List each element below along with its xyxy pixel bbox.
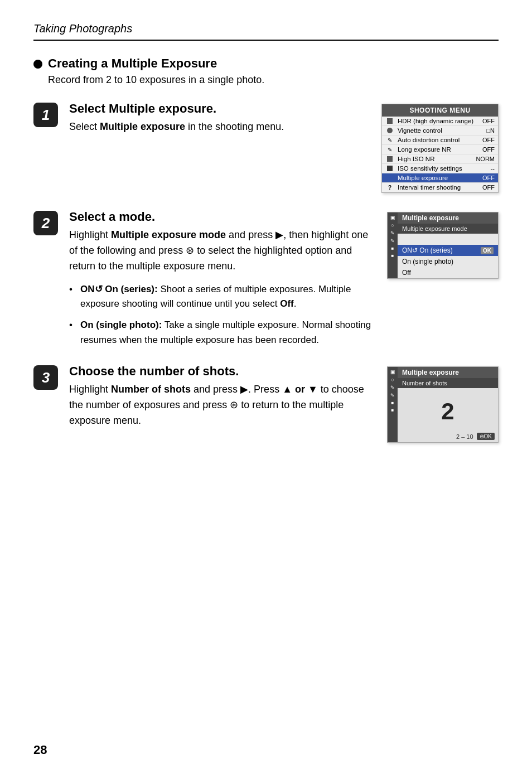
shots-menu-content: Multiple exposure Number of shots 2 2 – … xyxy=(398,367,498,442)
menu-row-iso-sens: ISO sensitivity settings -- xyxy=(382,164,498,173)
step-1-image-col: SHOOTING MENU HDR (high dynamic range) O… xyxy=(381,104,499,193)
shots-ok-badge: ⊛OK xyxy=(477,433,495,440)
step-1-text-col: Select Multiple exposure. Select Multipl… xyxy=(69,101,370,135)
shooting-menu-title: SHOOTING MENU xyxy=(382,104,498,117)
mode-menu-subheader: Multiple exposure mode xyxy=(398,224,498,234)
step-2-number: 2 xyxy=(42,215,50,232)
menu-value-vignette: □N xyxy=(486,127,495,134)
menu-label-high-iso: High ISO NR xyxy=(398,156,472,162)
step-2-text-col: Select a mode. Highlight Multiple exposu… xyxy=(69,210,376,347)
menu-label-vignette: Vignette control xyxy=(398,127,483,134)
page-header: Taking Photographs xyxy=(33,22,499,41)
icon-q: ? xyxy=(385,185,394,191)
page-container: Taking Photographs Creating a Multiple E… xyxy=(0,0,532,774)
menu-row-high-iso: High ISO NR NORM xyxy=(382,154,498,164)
bullet-single-prefix: On (single photo): xyxy=(80,320,162,330)
icon-pen2: ✎ xyxy=(385,147,394,153)
menu-label-hdr: HDR (high dynamic range) xyxy=(398,118,479,124)
step-1-badge: 1 xyxy=(33,103,58,127)
mode-ok-badge: OK xyxy=(481,247,494,254)
step-3-keyword: Number of shots xyxy=(111,384,191,395)
mode-row-single-photo: On (single photo) xyxy=(398,256,498,267)
step-2-badge: 2 xyxy=(33,211,58,235)
shots-icon-4: ✎ xyxy=(390,393,395,398)
step-3-or: or xyxy=(295,384,305,395)
menu-row-vignette: Vignette control □N xyxy=(382,126,498,136)
bullet-series-prefix: ON↺ On (series): xyxy=(80,284,158,294)
menu-value-hdr: OFF xyxy=(482,118,495,124)
menu-value-interval-timer: OFF xyxy=(482,184,495,191)
menu-value-high-iso: NORM xyxy=(476,156,495,162)
step-2-title: Select a mode. xyxy=(69,210,376,224)
menu-value-iso-sens: -- xyxy=(491,165,495,172)
section-heading: Creating a Multiple Exposure xyxy=(33,56,499,71)
step-1-title: Select Multiple exposure. xyxy=(69,101,370,116)
step-3-text-col: Choose the number of shots. Highlight Nu… xyxy=(69,364,376,429)
menu-label-interval-timer: Interval timer shooting xyxy=(398,184,479,191)
step-3-content: Choose the number of shots. Highlight Nu… xyxy=(69,364,499,443)
step-2-keyword: Multiple exposure mode xyxy=(111,229,226,240)
step-2-block: 2 Select a mode. Highlight Multiple expo… xyxy=(33,210,499,347)
shots-icon-1: ▣ xyxy=(390,369,395,375)
mode-icon-6: ■ xyxy=(391,253,394,258)
menu-value-auto-distortion: OFF xyxy=(482,137,495,143)
step-3-body: Highlight Number of shots and press ▶. P… xyxy=(69,382,376,429)
shots-menu-header: Multiple exposure xyxy=(398,367,498,378)
menu-label-iso-sens: ISO sensitivity settings xyxy=(398,165,487,172)
bullet-item-series: ON↺ On (series): Shoot a series of multi… xyxy=(69,282,376,312)
mode-menu-mockup: ▣ ○ ✎ ✎ ■ ■ Multiple exposure Multiple e… xyxy=(387,212,499,279)
mode-row-off: Off xyxy=(398,267,498,278)
step-1-keyword: Multiple exposure xyxy=(100,121,185,132)
mode-menu-icon-strip: ▣ ○ ✎ ✎ ■ ■ xyxy=(388,212,398,278)
icon-pen: ✎ xyxy=(385,137,394,143)
step-3-image-col: ▣ ○ ✎ ✎ ■ ■ Multiple exposure Number of … xyxy=(387,366,499,443)
mode-label-on-series: ON↺ On (series) xyxy=(402,246,453,254)
shots-number-display: 2 xyxy=(398,388,498,432)
shots-icon-5: ■ xyxy=(391,400,394,405)
section-title: Creating a Multiple Exposure xyxy=(48,56,217,71)
step-3-badge: 3 xyxy=(33,365,58,390)
mode-icon-3: ✎ xyxy=(390,230,395,236)
step-2-bullet-list: ON↺ On (series): Shoot a series of multi… xyxy=(69,282,376,347)
mode-menu-content: Multiple exposure Multiple exposure mode… xyxy=(398,212,498,278)
step-2-content: Select a mode. Highlight Multiple exposu… xyxy=(69,210,499,347)
step-1-body: Select Multiple exposure in the shooting… xyxy=(69,119,370,135)
menu-row-hdr: HDR (high dynamic range) OFF xyxy=(382,117,498,126)
bullet-item-single: On (single photo): Take a single multipl… xyxy=(69,318,376,347)
shots-icon-2: ○ xyxy=(391,377,394,383)
mode-menu-spacer xyxy=(398,234,498,245)
shots-menu-subheader: Number of shots xyxy=(398,378,498,388)
menu-row-long-exp: ✎ Long exposure NR OFF xyxy=(382,145,498,154)
shots-range-row: 2 – 10 ⊛OK xyxy=(398,432,498,442)
mode-menu-inner: ▣ ○ ✎ ✎ ■ ■ Multiple exposure Multiple e… xyxy=(388,212,498,278)
mode-label-off: Off xyxy=(402,269,411,277)
step-3-title: Choose the number of shots. xyxy=(69,364,376,379)
step-3-number: 3 xyxy=(42,369,50,386)
mode-icon-1: ▣ xyxy=(390,215,395,220)
icon-block xyxy=(385,166,394,171)
mode-icon-4: ✎ xyxy=(390,238,395,244)
menu-row-auto-distortion: ✎ Auto distortion control OFF xyxy=(382,136,498,145)
menu-row-interval-timer: ? Interval timer shooting OFF xyxy=(382,183,498,192)
mode-row-on-series: ON↺ On (series) OK xyxy=(398,245,498,256)
shooting-menu-mockup: SHOOTING MENU HDR (high dynamic range) O… xyxy=(381,104,499,193)
icon-circle xyxy=(385,128,394,133)
menu-label-auto-distortion: Auto distortion control xyxy=(398,137,479,143)
shots-icon-6: ■ xyxy=(391,408,394,413)
page-header-title: Taking Photographs xyxy=(33,22,132,35)
menu-label-multiple-exp: Multiple exposure xyxy=(398,175,479,181)
step-3-with-image: Choose the number of shots. Highlight Nu… xyxy=(69,364,499,443)
icon-square xyxy=(385,118,394,124)
mode-menu-header: Multiple exposure xyxy=(398,212,498,224)
page-number: 28 xyxy=(33,743,47,757)
step-1-block: 1 Select Multiple exposure. Select Multi… xyxy=(33,101,499,193)
step-1-number: 1 xyxy=(42,107,50,124)
step-2-with-image: Select a mode. Highlight Multiple exposu… xyxy=(69,210,499,347)
menu-value-multiple-exp: OFF xyxy=(482,175,495,181)
shots-icon-strip: ▣ ○ ✎ ✎ ■ ■ xyxy=(388,367,398,442)
shots-range-text: 2 – 10 xyxy=(456,433,473,440)
section-bullet xyxy=(33,60,42,69)
mode-icon-2: ○ xyxy=(391,222,394,228)
step-2-body: Highlight Multiple exposure mode and pre… xyxy=(69,228,376,274)
menu-value-long-exp: OFF xyxy=(482,146,495,153)
